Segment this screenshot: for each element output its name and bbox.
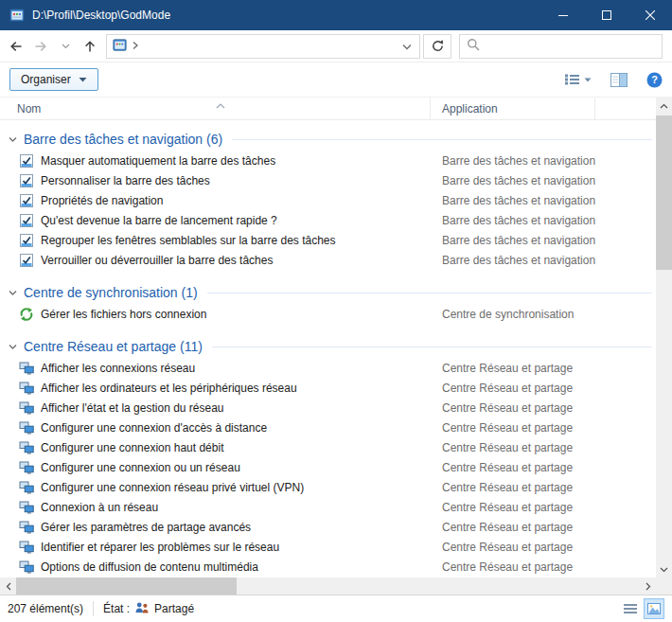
- organiser-button[interactable]: Organiser: [9, 68, 98, 91]
- network-icon: [19, 460, 34, 475]
- list-item[interactable]: Gérer les fichiers hors connexionCentre …: [0, 304, 656, 324]
- refresh-icon: [431, 39, 445, 53]
- network-icon: [19, 540, 34, 555]
- list-item[interactable]: Afficher les connexions réseauCentre Rés…: [0, 358, 656, 378]
- scroll-up-button[interactable]: [656, 98, 672, 114]
- details-view-icon: [564, 73, 580, 86]
- item-application: Centre Réseau et partage: [442, 521, 573, 534]
- item-name: Afficher les ordinateurs et les périphér…: [41, 382, 442, 395]
- list-item[interactable]: Configurer une connexion ou un réseauCen…: [0, 457, 656, 477]
- taskbar-icon: [19, 253, 34, 268]
- group-header[interactable]: Centre de synchronisation (1): [0, 281, 656, 304]
- item-name: Connexion à un réseau: [41, 501, 442, 514]
- window-controls: [541, 0, 672, 30]
- item-application: Barre des tâches et navigation: [442, 154, 595, 168]
- network-icon: [19, 440, 34, 455]
- close-icon: [645, 10, 655, 20]
- godmode-app-icon: [9, 8, 25, 23]
- item-application: Centre Réseau et partage: [442, 481, 573, 494]
- explorer-window: D:\Profil\Desktop\GodMode: [0, 0, 672, 622]
- item-name: Qu'est devenue la barre de lancement rap…: [41, 214, 442, 227]
- list-item[interactable]: Gérer les paramètres de partage avancésC…: [0, 517, 656, 537]
- column-header-application[interactable]: Application: [431, 98, 595, 119]
- list-item[interactable]: Connexion à un réseauCentre Réseau et pa…: [0, 497, 656, 517]
- network-icon: [19, 400, 34, 416]
- search-box[interactable]: [459, 34, 663, 59]
- vertical-scrollbar[interactable]: [656, 98, 672, 578]
- list-item[interactable]: Configurer une connexion haut débitCentr…: [0, 437, 656, 457]
- status-divider: [93, 601, 94, 616]
- list-item[interactable]: Configurer une connexion d'accès à dista…: [0, 418, 656, 437]
- breadcrumb-chevron-icon[interactable]: [132, 40, 139, 53]
- vertical-scroll-thumb[interactable]: [656, 116, 672, 270]
- chevron-down-icon[interactable]: [7, 288, 18, 298]
- horizontal-scroll-thumb[interactable]: [16, 578, 237, 595]
- chevron-down-icon: [402, 44, 412, 50]
- maximize-icon: [602, 10, 611, 20]
- minimize-button[interactable]: [541, 0, 585, 30]
- search-icon: [467, 38, 480, 54]
- sync-icon: [19, 307, 34, 322]
- scroll-left-button[interactable]: [0, 578, 16, 595]
- recent-locations-button[interactable]: [53, 34, 78, 59]
- chevron-right-icon: [645, 582, 651, 591]
- close-button[interactable]: [628, 0, 672, 30]
- item-application: Centre Réseau et partage: [442, 441, 573, 454]
- vertical-scroll-track[interactable]: [656, 114, 672, 561]
- chevron-down-icon[interactable]: [7, 134, 18, 145]
- change-view-button[interactable]: [564, 73, 592, 86]
- view-toggles: [620, 598, 664, 619]
- scroll-right-button[interactable]: [640, 578, 656, 595]
- list-item[interactable]: Identifier et réparer les problèmes sur …: [0, 537, 656, 557]
- taskbar-icon: [19, 153, 34, 169]
- window-title: D:\Profil\Desktop\GodMode: [32, 9, 170, 22]
- group-header[interactable]: Centre Réseau et partage (11): [0, 335, 656, 358]
- scroll-down-button[interactable]: [656, 561, 672, 578]
- horizontal-scroll-track[interactable]: [16, 578, 640, 595]
- address-bar[interactable]: [106, 34, 420, 59]
- group-divider-line: [232, 139, 652, 140]
- item-application: Centre Réseau et partage: [442, 362, 573, 375]
- list-item[interactable]: Afficher l'état et la gestion du réseauC…: [0, 398, 656, 418]
- caret-down-icon: [79, 77, 87, 82]
- horizontal-scrollbar[interactable]: [0, 578, 656, 595]
- list-item[interactable]: Propriétés de navigationBarre des tâches…: [0, 190, 656, 210]
- group-header[interactable]: Barre des tâches et navigation (6): [0, 128, 656, 151]
- chevron-left-icon: [6, 582, 11, 591]
- address-location-icon: [113, 38, 127, 55]
- help-button[interactable]: ?: [646, 72, 663, 88]
- refresh-button[interactable]: [423, 34, 451, 59]
- search-input[interactable]: [486, 40, 655, 53]
- group-label: Centre Réseau et partage (11): [24, 339, 203, 354]
- list-item[interactable]: Qu'est devenue la barre de lancement rap…: [0, 210, 656, 230]
- forward-button[interactable]: [28, 34, 53, 59]
- group-label: Centre de synchronisation (1): [24, 285, 198, 300]
- list-item[interactable]: Afficher les ordinateurs et les périphér…: [0, 378, 656, 398]
- item-application: Centre Réseau et partage: [442, 560, 573, 574]
- list-item[interactable]: Regrouper les fenêtres semblables sur la…: [0, 230, 656, 250]
- up-button[interactable]: [78, 34, 102, 59]
- thumbnail-view-toggle[interactable]: [644, 598, 664, 619]
- column-header-application-label: Application: [442, 102, 498, 116]
- preview-pane-button[interactable]: [610, 73, 628, 87]
- back-button[interactable]: [4, 34, 28, 59]
- horizontal-scrollbar-row: [0, 578, 672, 595]
- list-item[interactable]: Masquer automatiquement la barre des tâc…: [0, 151, 656, 170]
- maximize-button[interactable]: [585, 0, 628, 30]
- list-item[interactable]: Verrouiller ou déverrouiller la barre de…: [0, 250, 656, 270]
- thumbnail-view-icon: [647, 603, 661, 614]
- list-item[interactable]: Personnaliser la barre des tâchesBarre d…: [0, 170, 656, 190]
- list-item[interactable]: Configurer une connexion réseau privé vi…: [0, 477, 656, 497]
- column-headers: Nom Application: [0, 98, 656, 120]
- shared-people-icon: [134, 601, 150, 617]
- list-item[interactable]: Options de diffusion de contenu multiméd…: [0, 557, 656, 577]
- item-application: Barre des tâches et navigation: [442, 234, 595, 247]
- address-dropdown-button[interactable]: [400, 40, 414, 53]
- details-view-toggle[interactable]: [620, 598, 641, 619]
- item-application: Centre Réseau et partage: [442, 501, 573, 514]
- chevron-down-icon[interactable]: [7, 342, 18, 352]
- command-bar-right: ?: [564, 72, 663, 88]
- state-label: État :: [103, 602, 130, 615]
- item-name: Verrouiller ou déverrouiller la barre de…: [41, 254, 442, 267]
- item-application: Centre Réseau et partage: [442, 382, 573, 395]
